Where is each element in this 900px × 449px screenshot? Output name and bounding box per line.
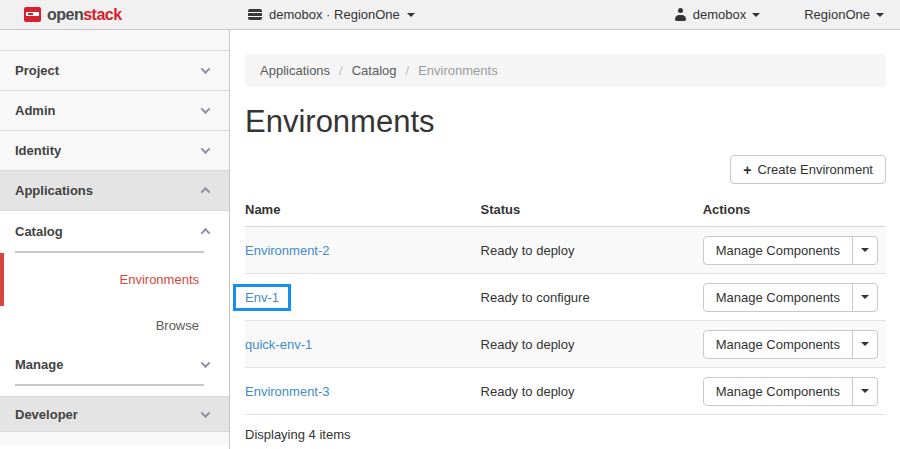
sidebar-item-label: Applications [15, 183, 93, 198]
list-icon [248, 9, 262, 20]
table-header-row: Name Status Actions [245, 193, 886, 227]
topbar-right: demobox RegionOne [674, 7, 900, 22]
user-menu[interactable]: demobox [674, 7, 760, 22]
chevron-up-icon [201, 187, 211, 197]
breadcrumb: Applications / Catalog / Environments [245, 54, 886, 87]
sidebar-item-catalog[interactable]: Catalog [0, 211, 229, 251]
sidebar-item-admin[interactable]: Admin [0, 91, 229, 131]
column-header-name[interactable]: Name [245, 193, 481, 227]
manage-components-button[interactable]: Manage Components [704, 237, 852, 264]
create-environment-button[interactable]: + Create Environment [730, 155, 886, 184]
chevron-up-icon [201, 227, 211, 237]
caret-down-icon [861, 248, 869, 252]
project-region-switcher[interactable]: demobox · RegionOne [248, 7, 415, 22]
environments-table: Name Status Actions Environment-2 Ready … [245, 193, 886, 415]
environment-link[interactable]: Environment-3 [245, 384, 330, 399]
top-navbar: openstack demobox · RegionOne demobox Re… [0, 0, 900, 30]
sidebar-item-developer[interactable]: Developer [0, 396, 229, 432]
sidebar-item-label: Identity [15, 143, 61, 158]
status-text: Ready to deploy [481, 384, 575, 399]
row-action-split-button: Manage Components [703, 283, 878, 312]
chevron-down-icon [201, 144, 211, 154]
manage-components-button[interactable]: Manage Components [704, 331, 852, 358]
logo-text: openstack [47, 6, 122, 24]
table-row-count: Displaying 4 items [245, 415, 886, 449]
row-action-split-button: Manage Components [703, 236, 878, 265]
column-header-actions: Actions [703, 193, 886, 227]
sidebar-item-browse[interactable]: Browse [0, 306, 229, 344]
status-text: Ready to deploy [481, 337, 575, 352]
sidebar-item-label: Project [15, 63, 59, 78]
sidebar-item-label: Browse [156, 318, 199, 333]
openstack-cube-icon [24, 7, 41, 22]
openstack-logo[interactable]: openstack [0, 6, 230, 24]
sidebar-item-identity[interactable]: Identity [0, 131, 229, 171]
breadcrumb-item-catalog[interactable]: Catalog [352, 63, 397, 78]
row-action-dropdown-toggle[interactable] [852, 284, 877, 311]
sidebar-item-project[interactable]: Project [0, 51, 229, 91]
row-action-dropdown-toggle[interactable] [852, 237, 877, 264]
create-environment-label: Create Environment [757, 162, 873, 177]
row-action-dropdown-toggle[interactable] [852, 331, 877, 358]
page-title: Environments [245, 104, 886, 140]
row-action-dropdown-toggle[interactable] [852, 378, 877, 405]
user-icon [674, 8, 687, 21]
row-action-split-button: Manage Components [703, 330, 878, 359]
plus-icon: + [743, 163, 751, 177]
sidebar-item-label: Admin [15, 103, 55, 118]
region-menu[interactable]: RegionOne [804, 7, 884, 22]
caret-down-icon [876, 13, 884, 17]
chevron-down-icon [201, 64, 211, 74]
breadcrumb-item-environments: Environments [418, 63, 497, 78]
environment-link[interactable]: quick-env-1 [245, 337, 312, 352]
region-menu-label: RegionOne [804, 7, 870, 22]
sidebar-clipped-row [0, 30, 229, 51]
row-action-split-button: Manage Components [703, 377, 878, 406]
table-row: Environment-2 Ready to deploy Manage Com… [245, 227, 886, 274]
table-row: Environment-3 Ready to deploy Manage Com… [245, 368, 886, 415]
logo-open-text: open [47, 6, 83, 23]
caret-down-icon [861, 295, 869, 299]
chevron-down-icon [201, 358, 211, 368]
environment-link[interactable]: Env-1 [245, 290, 279, 305]
table-row: quick-env-1 Ready to deploy Manage Compo… [245, 321, 886, 368]
focus-highlight-box: Env-1 [233, 284, 291, 311]
sidebar-item-manage[interactable]: Manage [0, 344, 229, 384]
breadcrumb-separator: / [339, 63, 343, 78]
environment-link[interactable]: Environment-2 [245, 243, 330, 258]
sidebar-item-label: Catalog [15, 224, 63, 239]
breadcrumb-item-applications[interactable]: Applications [260, 63, 330, 78]
sidebar-item-environments[interactable]: Environments [0, 253, 229, 306]
user-menu-label: demobox [693, 7, 746, 22]
manage-components-button[interactable]: Manage Components [704, 284, 852, 311]
main-content: Applications / Catalog / Environments En… [230, 30, 900, 449]
sidebar: Project Admin Identity Applications Cata… [0, 30, 230, 449]
table-row: Env-1 Ready to configure Manage Componen… [245, 274, 886, 321]
logo-stack-text: stack [83, 6, 121, 23]
caret-down-icon [752, 13, 760, 17]
manage-components-button[interactable]: Manage Components [704, 378, 852, 405]
sidebar-item-applications[interactable]: Applications [0, 171, 229, 211]
caret-down-icon [407, 13, 415, 17]
sidebar-clipped-row [0, 432, 229, 445]
caret-down-icon [861, 342, 869, 346]
table-actions-bar: + Create Environment [245, 155, 886, 184]
sidebar-item-label: Manage [15, 357, 63, 372]
sidebar-spacer [0, 386, 229, 396]
status-text: Ready to deploy [481, 243, 575, 258]
breadcrumb-separator: / [406, 63, 410, 78]
chevron-down-icon [201, 104, 211, 114]
switcher-label: demobox · RegionOne [269, 7, 400, 22]
column-header-status[interactable]: Status [481, 193, 703, 227]
chevron-down-icon [201, 408, 211, 418]
caret-down-icon [861, 389, 869, 393]
sidebar-item-label: Environments [120, 272, 199, 287]
sidebar-item-label: Developer [15, 407, 78, 422]
status-text: Ready to configure [481, 290, 590, 305]
